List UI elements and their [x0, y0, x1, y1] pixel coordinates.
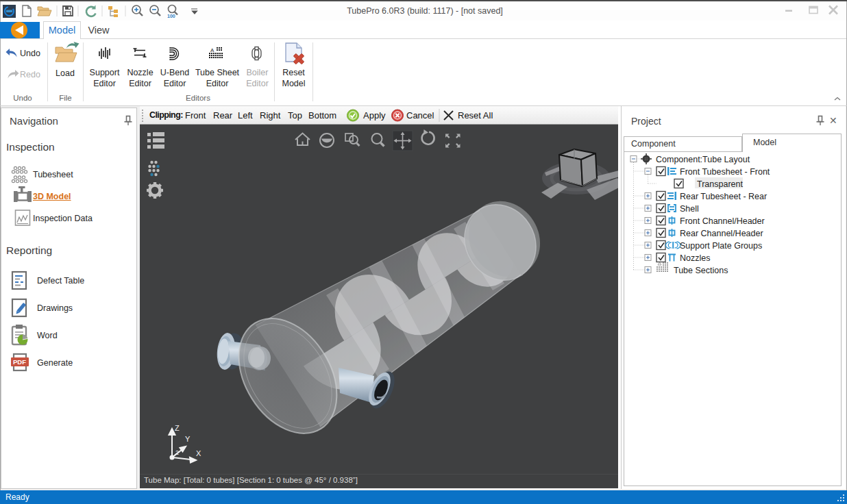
svg-text:Front Tubesheet - Front: Front Tubesheet - Front — [680, 167, 770, 177]
svg-text:Front Channel/Header: Front Channel/Header — [680, 216, 765, 226]
svg-text:PDF: PDF — [13, 358, 26, 366]
svg-text:Shell: Shell — [680, 204, 699, 214]
svg-text:A: A — [210, 47, 214, 53]
svg-text:Tube Sections: Tube Sections — [674, 266, 728, 275]
svg-text:X: X — [196, 449, 201, 457]
svg-text:Y: Y — [185, 435, 191, 443]
svg-text:Support Plate Groups: Support Plate Groups — [680, 241, 762, 251]
svg-text:Component:Tube Layout: Component:Tube Layout — [656, 155, 750, 164]
svg-text:Z: Z — [175, 424, 180, 432]
svg-text:2: 2 — [175, 449, 179, 456]
svg-text:100: 100 — [167, 14, 175, 18]
svg-text:Nozzles: Nozzles — [680, 253, 710, 263]
svg-text:Rear Tubesheet - Rear: Rear Tubesheet - Rear — [680, 192, 767, 201]
svg-text:Rear Channel/Header: Rear Channel/Header — [680, 229, 763, 238]
svg-text:Transparent: Transparent — [697, 179, 743, 189]
